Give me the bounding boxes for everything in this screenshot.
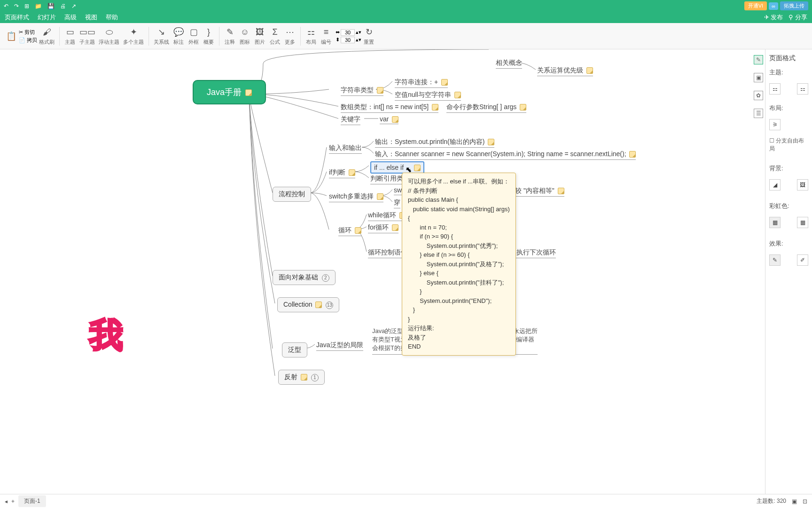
note-icon[interactable] [315,302,322,308]
spacing-v-input[interactable] [341,37,355,43]
node-cmdline-args[interactable]: 命令行参数String[ ] args [446,103,526,113]
tool-label[interactable]: 💬标注 [171,23,186,49]
tool-image[interactable]: 🖼图片 [252,23,267,49]
rainbow-option-2[interactable]: ▦ [797,217,808,228]
node-flow-control[interactable]: 流程控制 [273,187,311,202]
note-icon[interactable] [301,374,307,381]
note-icon[interactable] [377,87,383,94]
fit-icon[interactable]: ▣ [792,498,797,505]
node-switch[interactable]: switch多重选择 [329,192,383,202]
vip-button[interactable]: 开通VI [744,1,767,10]
root-node[interactable]: Java手册 [193,80,266,104]
cloud-icon[interactable]: ∞ [769,2,778,10]
node-io[interactable]: 输入和输出 [329,144,362,154]
spacing-h[interactable]: ⬌▴▾ [336,29,361,36]
node-collection[interactable]: Collection 13 [277,297,339,312]
note-icon[interactable] [349,169,355,176]
note-icon[interactable] [392,116,398,123]
node-string-concat[interactable]: 字符串连接：+ [395,78,448,88]
node-var[interactable]: var [380,115,398,124]
tool-summary[interactable]: }概要 [201,23,216,49]
share-button[interactable]: ⚲ 分享 [789,13,807,22]
node-generic[interactable]: 泛型 [282,342,307,357]
node-loop[interactable]: 循环 [338,226,361,236]
tool-formula[interactable]: Σ公式 [267,23,282,49]
free-layout-checkbox[interactable]: ☐ 分支自由布局 [769,137,808,153]
print-icon[interactable]: 🖨 [60,3,66,9]
note-icon[interactable] [414,165,421,171]
node-oop[interactable]: 面向对象基础 2 [273,270,336,285]
note-icon[interactable] [377,193,383,200]
note-icon[interactable] [488,139,494,145]
spacing-v[interactable]: ⬍▴▾ [336,37,361,43]
node-reflection[interactable]: 反射 1 [278,370,325,385]
tool-subtopic[interactable]: ▭▭子主题 [78,23,97,49]
tool-format-painter[interactable]: 🖌格式刷 [37,23,56,49]
tool-layout[interactable]: ⚏布局 [304,23,319,49]
tool-floating-topic[interactable]: ⬭浮动主题 [97,23,121,49]
tool-boundary[interactable]: ▢外框 [186,23,201,49]
tool-cut[interactable]: ✂ 剪切 [19,29,37,36]
rainbow-option-1[interactable]: ▦ [769,217,781,228]
node-null-empty[interactable]: 空值null与空字符串 [395,91,461,101]
node-generic-limit[interactable]: Java泛型的局限 [316,341,363,351]
note-icon[interactable] [520,104,526,111]
upload-button[interactable]: 拓拽上传 [780,1,808,10]
node-related-concept[interactable]: 相关概念 [496,59,522,69]
menu-view[interactable]: 视图 [85,13,97,22]
export-icon[interactable]: ↗ [71,3,76,9]
menu-help[interactable]: 帮助 [106,13,118,22]
tool-icon[interactable]: ☺图标 [237,23,252,49]
note-icon[interactable] [629,151,636,158]
node-keyword[interactable]: 关键字 [341,115,360,125]
node-for[interactable]: for循环 [368,223,398,233]
canvas[interactable]: Java手册 相关概念 关系运算优先级 字符串类型 字符串连接：+ 空值null… [0,49,754,494]
clip-panel-icon[interactable]: ✿ [754,91,763,100]
node-input[interactable]: 输入：Scanner scanner = new Scanner(System.… [375,150,636,160]
tool-more[interactable]: ⋯更多 [282,23,297,49]
tool-multi-topic[interactable]: ✦多个主题 [121,23,146,49]
node-if-elseif[interactable]: if ... else if ... [370,161,424,174]
spacing-h-input[interactable] [341,29,355,36]
save-icon[interactable]: 💾 [47,3,55,9]
note-icon[interactable] [245,89,252,96]
redo-icon[interactable]: ↷ [14,3,19,9]
page-tab[interactable]: 页面-1 [18,495,46,507]
tool-reset[interactable]: ↻重置 [361,23,376,49]
node-operator-precedence[interactable]: 关系运算优先级 [537,66,593,76]
tool-relation[interactable]: ↘关系线 [152,23,171,49]
tool-note[interactable]: ✎注释 [222,23,237,49]
menu-advanced[interactable]: 高级 [64,13,77,22]
center-icon[interactable]: ⊡ [803,498,807,505]
note-icon[interactable] [558,188,564,194]
add-page[interactable]: + [11,498,15,505]
prev-page[interactable]: ◂ [5,498,8,505]
note-icon[interactable] [392,224,398,231]
publish-button[interactable]: ✈ 发布 [764,13,783,22]
theme-option-2[interactable]: ⚏ [797,83,808,95]
task-panel-icon[interactable]: ☰ [754,109,763,118]
effect-option-2[interactable]: ✐ [797,254,808,266]
new-icon[interactable]: ⊞ [24,3,29,9]
tool-copy[interactable]: 📄 拷贝 [19,37,37,44]
bg-color-picker[interactable]: ◢ [769,179,781,190]
note-icon[interactable] [586,67,593,74]
theme-option-1[interactable]: ⚏ [769,83,781,95]
node-while[interactable]: while循环 [368,211,406,221]
effect-option-1[interactable]: ✎ [769,254,781,266]
node-fallthrough[interactable]: 穿 [394,198,400,208]
menu-slides[interactable]: 幻灯片 [38,13,56,22]
image-panel-icon[interactable]: ▣ [754,73,763,82]
tool-topic[interactable]: ▭主题 [62,23,78,49]
open-icon[interactable]: 📁 [35,3,42,9]
node-if[interactable]: if判断 [329,168,355,178]
note-icon[interactable] [441,79,448,86]
node-string-type[interactable]: 字符串类型 [341,86,383,96]
note-icon[interactable] [355,227,361,234]
undo-icon[interactable]: ↶ [4,3,8,9]
tool-paste[interactable]: 📋 [4,23,19,49]
note-icon[interactable] [454,92,461,98]
bg-image-picker[interactable]: 🖼 [797,179,808,190]
node-sw[interactable]: sw [394,186,402,195]
layout-option[interactable]: ⚞ [769,119,781,130]
